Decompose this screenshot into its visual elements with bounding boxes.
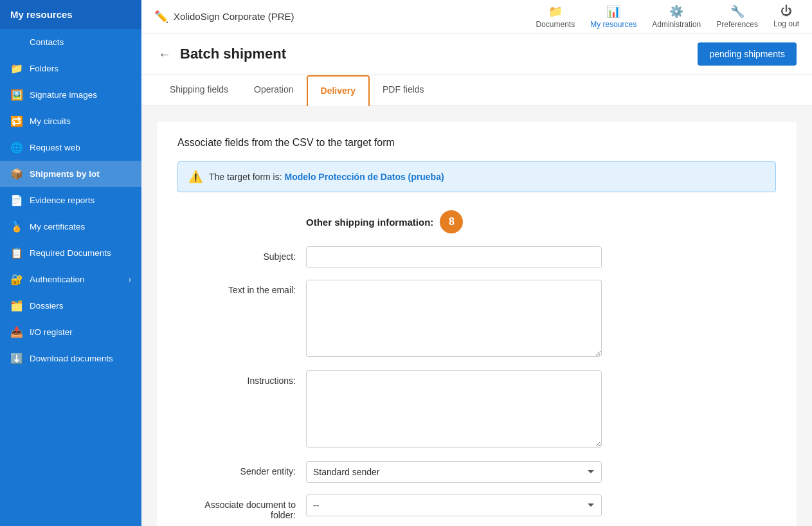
sender-entity-label: Sender entity: — [177, 461, 306, 476]
administration-icon: ⚙️ — [669, 5, 683, 19]
pending-shipments-button[interactable]: pending shipments — [698, 42, 797, 66]
topnav-action-label: My resources — [590, 20, 636, 29]
sidebar-item-io-register[interactable]: 📥 I/O register — [0, 319, 141, 345]
sidebar-item-label: Download documents — [30, 354, 113, 363]
io-register-icon: 📥 — [10, 326, 23, 338]
step-badge: 8 — [440, 210, 463, 233]
sidebar-item-download-documents[interactable]: ⬇️ Download documents — [0, 345, 141, 372]
sidebar-item-label: Signature images — [30, 90, 97, 100]
back-button[interactable]: ← — [157, 46, 172, 63]
dossiers-icon: 🗂️ — [10, 300, 23, 312]
my-circuits-icon: 🔁 — [10, 115, 23, 127]
associate-doc-folder-label: Associate document to folder: — [177, 494, 306, 520]
sidebar-item-evidence-reports[interactable]: 📄 Evidence reports — [0, 187, 141, 213]
form-row-subject: Subject: — [177, 246, 776, 268]
topnav-action-label: Log out — [773, 19, 799, 28]
log-out-icon: ⏻ — [780, 5, 792, 18]
warning-icon: ⚠️ — [188, 170, 203, 184]
subject-label: Subject: — [177, 246, 306, 262]
sidebar-item-label: Dossiers — [30, 301, 64, 311]
instructions-label: Instructions: — [177, 370, 306, 386]
page-title: Batch shipment — [180, 46, 286, 62]
chevron-icon: › — [129, 275, 131, 284]
alert-box: ⚠️ The target form is: Modelo Protección… — [177, 161, 776, 192]
sidebar-item-label: Shipments by lot — [30, 169, 100, 179]
topnav-action-label: Preferences — [716, 20, 758, 29]
tab-pdf-fields[interactable]: PDF fields — [370, 75, 437, 105]
form-fields: Subject:Text in the email:Instructions:S… — [177, 246, 776, 520]
sidebar-item-label: Required Documents — [30, 248, 111, 258]
my-certificates-icon: 🏅 — [10, 221, 23, 233]
my-resources-icon: 📊 — [606, 5, 620, 19]
topnav-actions: 📁 Documents📊 My resources⚙️ Administrati… — [536, 5, 799, 29]
form-row-instructions: Instructions: — [177, 370, 776, 449]
authentication-icon: 🔐 — [10, 273, 23, 286]
sidebar-item-authentication[interactable]: 🔐 Authentication › — [0, 266, 141, 293]
sidebar-item-contacts[interactable]: 👤 Contacts — [0, 29, 141, 55]
topnav-action-label: Documents — [536, 20, 575, 29]
sidebar-item-label: Contacts — [30, 37, 64, 47]
page-header: ← Batch shipment pending shipments — [141, 33, 812, 75]
tab-shipping-fields[interactable]: Shipping fields — [157, 75, 241, 105]
associate-doc-folder-select[interactable]: -- — [306, 494, 602, 516]
sidebar-item-label: Evidence reports — [30, 195, 95, 205]
sidebar-item-label: I/O register — [30, 327, 73, 337]
alert-link[interactable]: Modelo Protección de Datos (prueba) — [284, 172, 444, 182]
required-documents-icon: 📋 — [10, 247, 23, 259]
sidebar-item-label: Authentication — [30, 275, 85, 284]
sidebar-item-my-certificates[interactable]: 🏅 My certificates — [0, 213, 141, 240]
topnav-action-log-out[interactable]: ⏻ Log out — [773, 5, 799, 28]
other-shipping-header: Other shipping information: 8 — [177, 210, 776, 233]
tab-operation[interactable]: Operation — [241, 75, 306, 105]
sidebar-items: 👤 Contacts 📁 Folders 🖼️ Signature images… — [0, 29, 141, 372]
evidence-reports-icon: 📄 — [10, 194, 23, 206]
main-area: ✏️ XolidoSign Corporate (PRE) 📁 Document… — [141, 0, 812, 526]
other-info-label: Other shipping information: — [306, 217, 433, 228]
content-card: Associate fields from the CSV to the tar… — [157, 122, 797, 526]
form-row-sender-entity: Sender entity:Standard sender — [177, 461, 776, 483]
signature-images-icon: 🖼️ — [10, 89, 23, 101]
text-in-email-textarea[interactable] — [306, 280, 602, 357]
sidebar-item-signature-images[interactable]: 🖼️ Signature images — [0, 82, 141, 108]
shipments-by-lot-icon: 📦 — [10, 168, 23, 180]
instructions-textarea[interactable] — [306, 370, 602, 448]
contacts-icon: 👤 — [10, 36, 23, 48]
sidebar-item-request-web[interactable]: 🌐 Request web — [0, 134, 141, 161]
folders-icon: 📁 — [10, 62, 23, 75]
form-row-text-in-email: Text in the email: — [177, 280, 776, 359]
brand: ✏️ XolidoSign Corporate (PRE) — [154, 10, 532, 24]
text-in-email-label: Text in the email: — [177, 280, 306, 295]
topnav-action-preferences[interactable]: 🔧 Preferences — [716, 5, 758, 29]
topnav-action-administration[interactable]: ⚙️ Administration — [652, 5, 701, 29]
sidebar-item-label: Request web — [30, 143, 80, 152]
subject-input[interactable] — [306, 246, 602, 268]
topnav-action-my-resources[interactable]: 📊 My resources — [590, 5, 636, 29]
sidebar-item-label: Folders — [30, 64, 59, 73]
sidebar: My resources 👤 Contacts 📁 Folders 🖼️ Sig… — [0, 0, 141, 526]
documents-icon: 📁 — [548, 5, 563, 19]
request-web-icon: 🌐 — [10, 141, 23, 154]
download-documents-icon: ⬇️ — [10, 352, 23, 365]
sender-entity-select[interactable]: Standard sender — [306, 461, 602, 483]
alert-text: The target form is: Modelo Protección de… — [209, 172, 444, 182]
sidebar-item-label: My certificates — [30, 222, 85, 231]
topnav-action-documents[interactable]: 📁 Documents — [536, 5, 575, 29]
pencil-icon: ✏️ — [154, 10, 168, 24]
tab-delivery[interactable]: Delivery — [307, 75, 370, 106]
topnav: ✏️ XolidoSign Corporate (PRE) 📁 Document… — [141, 0, 812, 33]
section-title: Associate fields from the CSV to the tar… — [177, 137, 776, 149]
sidebar-item-dossiers[interactable]: 🗂️ Dossiers — [0, 293, 141, 319]
form-row-associate-doc-folder: Associate document to folder:-- — [177, 494, 776, 520]
brand-name: XolidoSign Corporate (PRE) — [174, 11, 294, 22]
sidebar-item-label: My circuits — [30, 116, 71, 126]
preferences-icon: 🔧 — [730, 5, 744, 19]
sidebar-header: My resources — [0, 0, 141, 29]
tabs-bar: Shipping fieldsOperationDeliveryPDF fiel… — [141, 75, 812, 106]
sidebar-item-shipments-by-lot[interactable]: 📦 Shipments by lot — [0, 161, 141, 187]
sidebar-item-folders[interactable]: 📁 Folders — [0, 55, 141, 82]
topnav-action-label: Administration — [652, 20, 701, 29]
content-area: Associate fields from the CSV to the tar… — [141, 106, 812, 526]
sidebar-item-my-circuits[interactable]: 🔁 My circuits — [0, 108, 141, 134]
sidebar-item-required-documents[interactable]: 📋 Required Documents — [0, 240, 141, 266]
